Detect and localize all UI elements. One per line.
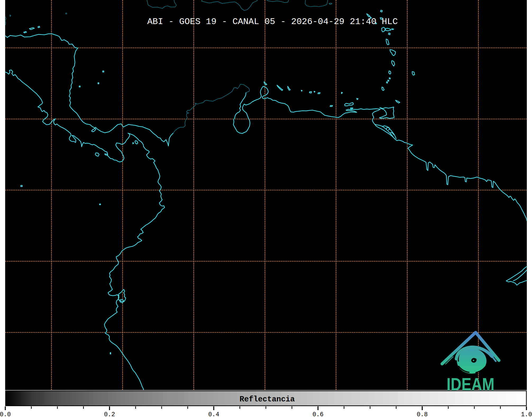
svg-text:0.2: 0.2 [104, 411, 115, 417]
svg-text:0.6: 0.6 [312, 411, 324, 417]
svg-text:1.0: 1.0 [521, 411, 532, 417]
svg-text:ABI - GOES 19 - CANAL 05 - 202: ABI - GOES 19 - CANAL 05 - 2026-04-29 21… [147, 17, 398, 27]
svg-text:0.4: 0.4 [208, 411, 219, 417]
svg-text:Reflectancia: Reflectancia [240, 395, 295, 404]
svg-text:0.8: 0.8 [417, 411, 428, 417]
svg-text:0.0: 0.0 [0, 411, 11, 417]
